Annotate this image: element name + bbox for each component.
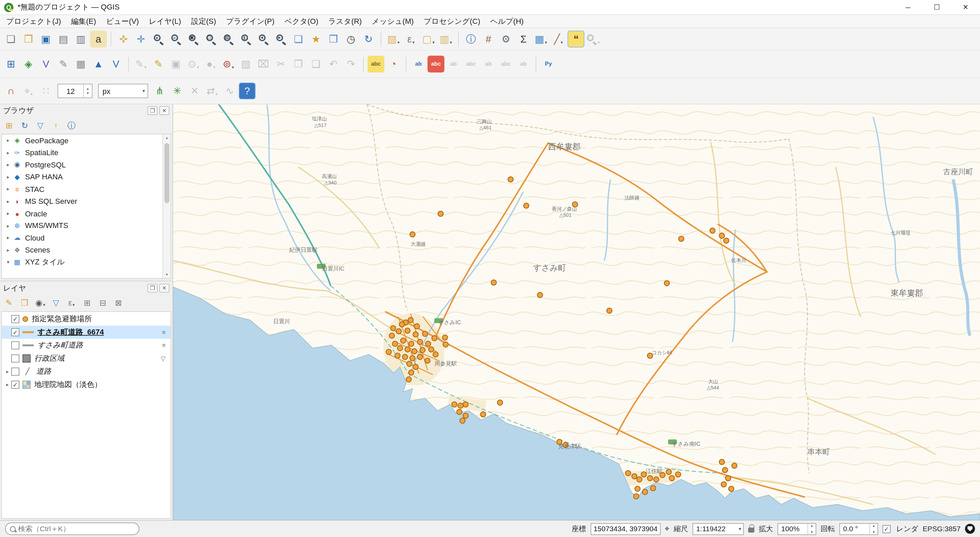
layer-item[interactable]: ▸✓地理院地図（淡色）: [2, 378, 171, 391]
menu-item-4[interactable]: 設定(S): [186, 14, 221, 28]
spin-up-icon[interactable]: ▴: [811, 523, 813, 529]
magnifier-spinbox[interactable]: 100% ▴▾: [778, 523, 816, 535]
expander-icon[interactable]: ▸: [4, 382, 11, 387]
snap-on-intersection-button[interactable]: ✳: [169, 82, 186, 99]
layer-item[interactable]: ▸╱道路: [2, 365, 171, 378]
map-tips-button[interactable]: ❝: [568, 30, 585, 48]
messages-icon[interactable]: [965, 524, 975, 534]
browser-item[interactable]: ▸◗MS SQL Server: [2, 195, 162, 207]
extent-toggle-icon[interactable]: ⌖: [665, 524, 669, 534]
select-features-button[interactable]: ▧▾: [385, 30, 402, 48]
cut-features-button[interactable]: ✂: [272, 56, 290, 72]
expand-all-button[interactable]: ⊞: [80, 296, 94, 310]
search-input[interactable]: [18, 525, 134, 532]
zoom-last-button[interactable]: ◂: [255, 30, 272, 48]
zoom-to-selection-button[interactable]: ▢: [202, 30, 220, 48]
disabled-tool-x-button[interactable]: ✕: [186, 82, 203, 99]
filter-browser-button[interactable]: ▽: [33, 118, 47, 132]
menu-item-1[interactable]: 編集(E): [66, 14, 101, 28]
browser-item[interactable]: ▸◆SAP HANA: [2, 171, 162, 183]
collapse-all-button[interactable]: ↑: [49, 118, 63, 132]
menu-item-0[interactable]: プロジェクト(J): [2, 14, 66, 28]
expander-icon[interactable]: ▸: [5, 223, 12, 229]
new-virtual-layer-button[interactable]: V: [108, 56, 124, 72]
processing-toolbox-button[interactable]: ⚙: [498, 30, 514, 48]
style-manager-button[interactable]: a: [90, 30, 107, 48]
remove-layer-button[interactable]: ⊠: [111, 296, 126, 310]
scrollbar-track[interactable]: [163, 141, 170, 271]
menu-item-9[interactable]: プロセシング(C): [419, 14, 485, 28]
layer-item[interactable]: ✓すさみ町道路_6674≡: [2, 326, 171, 339]
temporal-controller-button[interactable]: ◷: [343, 30, 360, 48]
browser-item[interactable]: ▸●Oracle: [2, 207, 162, 220]
spin-down-icon[interactable]: ▾: [811, 530, 813, 534]
zoom-tool-button[interactable]: ▾: [585, 30, 602, 48]
new-mesh-layer-button[interactable]: ▲: [90, 56, 107, 72]
open-layer-styling-button[interactable]: ✎: [2, 296, 16, 310]
menu-item-3[interactable]: レイヤ(L): [144, 14, 186, 28]
delete-selected-button[interactable]: ⌧: [255, 56, 272, 72]
topological-editing-button[interactable]: ⋔: [151, 82, 168, 99]
new-geopackage-button[interactable]: ◈: [20, 56, 37, 72]
scrollbar-thumb[interactable]: [164, 143, 169, 203]
show-spatial-bookmarks-button[interactable]: ❒: [325, 30, 342, 48]
collapse-all-layers-button[interactable]: ⊟: [95, 296, 110, 310]
expander-icon[interactable]: ▸: [5, 174, 12, 180]
browser-item[interactable]: ▸≡STAC: [2, 183, 162, 195]
show-layout-manager-button[interactable]: ▥: [73, 30, 89, 48]
help-button[interactable]: ?: [239, 82, 256, 99]
browser-item[interactable]: ▸☁Cloud: [2, 232, 162, 244]
refresh-browser-button[interactable]: ↻: [18, 118, 32, 132]
expander-icon[interactable]: ▸: [5, 199, 12, 204]
expander-icon[interactable]: ▸: [5, 247, 12, 253]
paste-features-button[interactable]: ❑: [308, 56, 325, 72]
expander-icon[interactable]: ▸: [5, 186, 12, 192]
new-spatialite-button[interactable]: ✎: [55, 56, 72, 72]
scroll-down-icon[interactable]: ▾: [166, 271, 168, 278]
menu-item-5[interactable]: プラグイン(P): [221, 14, 280, 28]
label-properties-button[interactable]: ab: [515, 56, 532, 72]
field-calculator-button[interactable]: #: [480, 30, 497, 48]
zoom-out-button[interactable]: −: [167, 30, 185, 48]
layer-checkbox[interactable]: [11, 354, 19, 362]
browser-item[interactable]: ▸⊕WMS/WMTS: [2, 220, 162, 232]
rotation-spinbox[interactable]: 0.0 ° ▴▾: [840, 523, 878, 535]
new-print-layout-button[interactable]: ▤: [55, 30, 72, 48]
float-dock-button[interactable]: ❐: [147, 284, 157, 293]
menu-item-7[interactable]: ラスタ(R): [323, 14, 367, 28]
scale-combo[interactable]: 1:119422 ▾: [692, 523, 744, 535]
select-by-location-button[interactable]: ▥▾: [438, 30, 455, 48]
identify-features-button[interactable]: ⓘ: [463, 30, 479, 48]
python-console-button[interactable]: Py: [540, 56, 557, 72]
pan-map-button[interactable]: ✜: [115, 30, 132, 48]
snap-tolerance-spinbox[interactable]: 12▴▾: [57, 84, 92, 98]
browser-scrollbar[interactable]: ▴ ▾: [163, 134, 171, 278]
add-feature-button[interactable]: ●▾: [202, 56, 220, 72]
new-scratch-layer-button[interactable]: ▦: [73, 56, 89, 72]
snap-units-combo[interactable]: px▾: [98, 84, 148, 98]
layer-item[interactable]: すさみ町道路≡: [2, 339, 171, 352]
layer-checkbox[interactable]: ✓: [11, 381, 19, 389]
add-group-button[interactable]: ❒: [18, 296, 32, 310]
add-record-button[interactable]: ⊙▾: [185, 56, 202, 72]
spin-up-icon[interactable]: ▴: [87, 86, 89, 91]
rotate-label-button[interactable]: abc: [463, 56, 479, 72]
measure-button[interactable]: ╱▾: [550, 30, 567, 48]
expander-icon[interactable]: ▸: [4, 369, 11, 374]
deselect-features-button[interactable]: ▢▾: [420, 30, 437, 48]
snapping-toggle-button[interactable]: ∩: [2, 82, 19, 99]
copy-features-button[interactable]: ❐: [290, 56, 307, 72]
zoom-native-resolution-button[interactable]: 1: [237, 30, 255, 48]
menu-item-8[interactable]: メッシュ(M): [367, 14, 419, 28]
current-edits-button[interactable]: ✎▾: [132, 56, 150, 72]
expander-icon[interactable]: ▸: [5, 162, 12, 168]
select-by-expression-button[interactable]: ε▾: [402, 30, 420, 48]
spin-up-icon[interactable]: ▴: [873, 523, 875, 529]
minimize-button[interactable]: ─: [894, 0, 923, 14]
curved-label-button[interactable]: abc: [498, 56, 514, 72]
menu-item-6[interactable]: ベクタ(O): [279, 14, 323, 28]
refresh-map-button[interactable]: ↻: [360, 30, 377, 48]
save-edits-button[interactable]: ▣: [167, 56, 185, 72]
pan-to-selection-button[interactable]: ✛: [132, 30, 150, 48]
zoom-to-layer-button[interactable]: ▤: [220, 30, 237, 48]
